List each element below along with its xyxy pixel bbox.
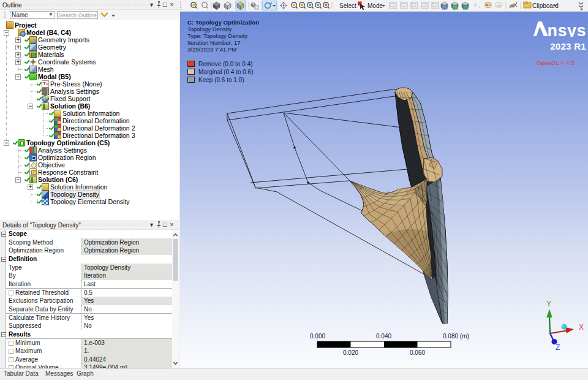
svg-text:0.040: 0.040	[376, 333, 391, 340]
svg-text:0.080 (m): 0.080 (m)	[443, 333, 469, 340]
svg-text:0.000: 0.000	[310, 333, 325, 340]
svg-text:0.060: 0.060	[410, 349, 425, 356]
svg-text:Mode: Mode	[368, 2, 383, 9]
svg-text:Y: Y	[546, 300, 551, 308]
svg-text:ab: ab	[497, 4, 501, 7]
svg-text:X: X	[579, 323, 584, 332]
svg-text:Z: Z	[556, 343, 560, 352]
svg-text:Select: Select	[339, 2, 356, 9]
svg-text:0.020: 0.020	[343, 349, 358, 356]
